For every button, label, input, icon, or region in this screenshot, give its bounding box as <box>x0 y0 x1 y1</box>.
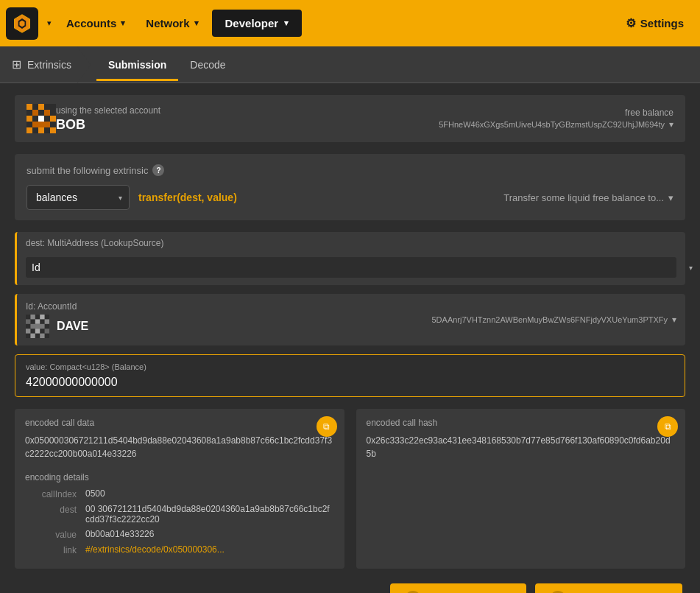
value-section: value: Compact<u128> (Balance) <box>15 354 685 397</box>
using-account-label: using the selected account <box>56 105 439 116</box>
encoded-call-hash-title: encoded call hash <box>367 418 676 428</box>
link-detail-row: link #/extrinsics/decode/0x050000306... <box>25 544 334 555</box>
extrinsics-label-text: Extrinsics <box>27 59 71 71</box>
tab-submission[interactable]: Submission <box>96 49 178 81</box>
transfer-desc-arrow[interactable]: ▾ <box>668 192 674 203</box>
dest-type-select[interactable]: Id <box>26 257 676 278</box>
svg-rect-14 <box>38 127 44 133</box>
settings-nav-label: Settings <box>640 17 684 29</box>
extrinsic-header: submit the following extrinsic ? <box>26 164 674 176</box>
developer-nav-button[interactable]: Developer ▾ <box>212 10 303 37</box>
dest-section: dest: MultiAddress (LookupSource) Id ▾ <box>15 232 685 285</box>
submit-extrinsic-label: submit the following extrinsic <box>26 165 148 176</box>
dest-address-row: 5DAAnrj7VHTznn2AWBenMuyBwZWs6FNFjdyVXUeY… <box>431 315 676 325</box>
id-account-label: Id: AccountId <box>26 301 424 312</box>
tab-divider <box>77 46 91 83</box>
svg-rect-17 <box>40 315 44 319</box>
help-icon[interactable]: ? <box>152 164 164 176</box>
logo[interactable] <box>6 7 38 40</box>
extrinsics-icon: ⊞ <box>12 57 21 71</box>
account-address: 5FHneW46xGXgs5mUiveU4sbTyGBzmstUspZC92Uh… <box>439 120 665 129</box>
svg-rect-20 <box>45 319 49 323</box>
submit-transaction-button[interactable]: → Submit Transaction <box>535 583 682 593</box>
extrinsics-section-label: ⊞ Extrinsics <box>12 57 71 71</box>
callindex-row: callIndex 0500 <box>25 488 334 499</box>
id-section: Id: AccountId DAVE <box>15 294 685 345</box>
encoded-call-hash-block: encoded call hash 0x26c333c22ec93ac431ee… <box>356 409 686 569</box>
svg-rect-9 <box>50 116 56 122</box>
callindex-val: 0500 <box>85 488 334 499</box>
account-dropdown-arrow[interactable]: ▾ <box>669 119 674 130</box>
action-row: → Submit Unsigned → Submit Transaction <box>15 583 685 593</box>
settings-nav-button[interactable]: ⚙ Settings <box>615 10 694 36</box>
value-label: value: Compact<u128> (Balance) <box>26 362 674 371</box>
logo-dropdown-button[interactable]: ▾ <box>43 15 56 31</box>
tabs-bar: ⊞ Extrinsics Submission Decode <box>0 46 700 83</box>
callindex-key: callIndex <box>25 488 77 499</box>
svg-rect-18 <box>26 319 30 323</box>
dest-detail-val: 00 306721211d5404bd9da88e0204360a1a9ab8b… <box>85 504 334 524</box>
copy-icon: ⧉ <box>323 421 330 432</box>
transfer-desc-text: Transfer some liquid free balance to... <box>503 192 664 203</box>
svg-rect-11 <box>38 116 44 122</box>
extrinsic-controls: balances ▾ transfer(dest, value) Transfe… <box>26 185 674 210</box>
dest-account-dropdown[interactable]: ▾ <box>672 315 676 325</box>
accounts-nav-arrow: ▾ <box>121 18 125 28</box>
decode-link[interactable]: #/extrinsics/decode/0x050000306... <box>85 544 334 555</box>
copy-call-data-button[interactable]: ⧉ <box>317 416 337 437</box>
svg-rect-24 <box>45 329 49 333</box>
main-content: using the selected account BOB free bala… <box>0 83 700 593</box>
encoded-call-data-value: 0x050000306721211d5404bd9da88e02043608a1… <box>25 434 334 460</box>
copy-call-hash-button[interactable]: ⧉ <box>657 416 678 437</box>
id-account-row: DAVE <box>26 315 424 338</box>
svg-rect-12 <box>26 127 32 133</box>
svg-rect-5 <box>38 104 44 110</box>
dest-detail-row: dest 00 306721211d5404bd9da88e0204360a1a… <box>25 504 334 524</box>
tab-decode[interactable]: Decode <box>178 49 237 81</box>
svg-rect-4 <box>26 104 32 110</box>
dest-account-address: 5DAAnrj7VHTznn2AWBenMuyBwZWs6FNFjdyVXUeY… <box>431 315 668 324</box>
copy-hash-icon: ⧉ <box>665 421 671 432</box>
svg-rect-8 <box>26 116 32 122</box>
network-nav-label: Network <box>146 17 189 29</box>
dave-avatar <box>26 315 49 338</box>
svg-rect-10 <box>32 122 50 127</box>
dest-account-name: DAVE <box>57 320 88 333</box>
svg-rect-21 <box>30 324 44 329</box>
address-row: 5FHneW46xGXgs5mUiveU4sbTyGBzmstUspZC92Uh… <box>439 119 674 130</box>
svg-rect-26 <box>40 334 44 338</box>
free-balance-label: free balance <box>439 108 674 118</box>
svg-rect-13 <box>50 127 56 133</box>
accounts-nav-button[interactable]: Accounts ▾ <box>56 11 135 35</box>
svg-rect-22 <box>26 329 30 333</box>
developer-nav-label: Developer <box>225 17 279 29</box>
svg-rect-16 <box>30 315 35 319</box>
encoded-call-hash-value: 0x26c333c22ec93ac431ee348168530b7d77e85d… <box>367 434 676 460</box>
module-select[interactable]: balances <box>26 185 130 210</box>
accounts-nav-label: Accounts <box>66 17 116 29</box>
encoding-details-title: encoding details <box>25 472 334 483</box>
value-detail-key: value <box>25 529 77 540</box>
gear-icon: ⚙ <box>626 16 636 30</box>
svg-rect-19 <box>35 319 40 323</box>
svg-rect-6 <box>32 110 38 116</box>
account-name: BOB <box>56 117 439 133</box>
value-detail-val: 0b00a014e33226 <box>85 529 334 539</box>
value-detail-row: value 0b00a014e33226 <box>25 529 334 540</box>
account-row: using the selected account BOB free bala… <box>15 95 685 142</box>
dest-label: dest: MultiAddress (LookupSource) <box>17 232 685 254</box>
link-detail-key: link <box>25 544 77 555</box>
transfer-description: Transfer some liquid free balance to... … <box>503 192 674 203</box>
encoded-call-data-title: encoded call data <box>25 418 334 428</box>
value-input[interactable] <box>26 376 674 389</box>
submit-unsigned-button[interactable]: → Submit Unsigned <box>390 583 526 593</box>
method-label: transfer(dest, value) <box>138 192 237 203</box>
dest-select-row: Id ▾ <box>17 254 685 285</box>
dest-detail-key: dest <box>25 504 77 515</box>
developer-nav-arrow: ▾ <box>284 18 289 28</box>
svg-rect-25 <box>30 334 35 338</box>
module-select-wrapper: balances ▾ <box>26 185 130 210</box>
extrinsic-section: submit the following extrinsic ? balance… <box>15 154 685 220</box>
network-nav-arrow: ▾ <box>194 18 199 28</box>
network-nav-button[interactable]: Network ▾ <box>135 11 208 35</box>
